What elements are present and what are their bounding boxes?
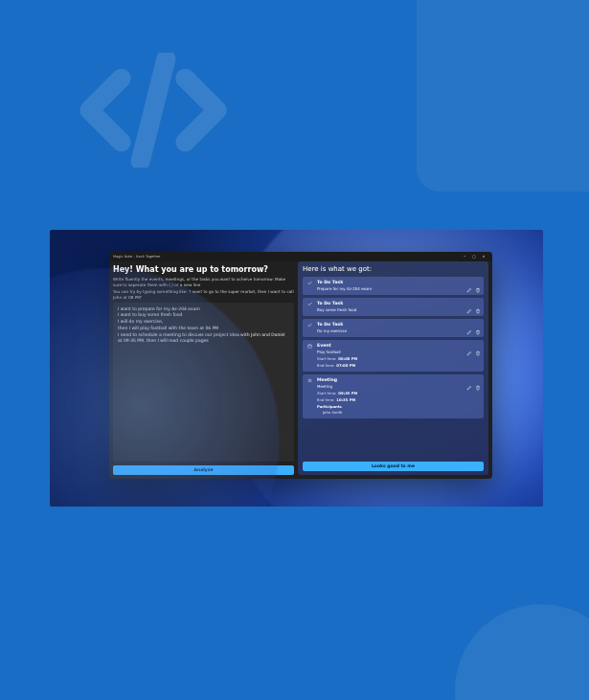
analyze-button[interactable]: Analyze bbox=[113, 465, 294, 475]
delete-icon[interactable] bbox=[475, 300, 481, 305]
participants-label: Participants bbox=[317, 404, 479, 409]
code-icon bbox=[77, 53, 230, 168]
end-time: 10:35 PM bbox=[336, 397, 355, 402]
card-title: To Do Task bbox=[317, 322, 343, 327]
edit-icon[interactable] bbox=[466, 321, 472, 327]
delete-icon[interactable] bbox=[475, 376, 481, 382]
event-card: EventPlay footballStart time:06:00 PMEnd… bbox=[303, 340, 484, 372]
card-title: Event bbox=[317, 343, 331, 348]
window-title: Magic Note - Hack Together bbox=[113, 255, 460, 259]
note-textarea[interactable]: I want to prepare for my Az-204 exam I w… bbox=[113, 303, 294, 462]
start-time: 06:00 PM bbox=[338, 356, 357, 361]
input-hint-1: Write fluently the events, meetings, or … bbox=[113, 277, 294, 287]
delete-icon[interactable] bbox=[475, 279, 481, 284]
confirm-button[interactable]: Looks good to me bbox=[303, 462, 484, 471]
meeting-card: MeetingMeetingStart time:09:35 PMEnd tim… bbox=[303, 374, 484, 418]
decor-panel-tr bbox=[417, 0, 589, 192]
delete-icon[interactable] bbox=[475, 321, 481, 327]
card-title: To Do Task bbox=[317, 301, 343, 305]
delete-icon[interactable] bbox=[475, 342, 481, 348]
results-heading: Here is what we got: bbox=[303, 265, 484, 273]
check-icon bbox=[307, 322, 313, 327]
todo-card: To Do TaskDo my exercise bbox=[303, 319, 484, 337]
app-window: Magic Note - Hack Together ─ ▢ ✕ Hey! Wh… bbox=[109, 252, 492, 479]
people-icon bbox=[307, 377, 313, 383]
card-desc: Play football bbox=[317, 350, 479, 354]
participant-name: John Smith bbox=[323, 410, 479, 415]
results-pane: Here is what we got: To Do TaskPrepare f… bbox=[298, 261, 488, 475]
start-time: 09:35 PM bbox=[338, 391, 357, 395]
start-label: Start time: bbox=[317, 356, 336, 361]
end-time: 07:00 PM bbox=[336, 363, 355, 368]
end-label: End time: bbox=[317, 363, 334, 368]
svg-point-6 bbox=[310, 379, 311, 380]
desktop-wallpaper: Magic Note - Hack Together ─ ▢ ✕ Hey! Wh… bbox=[50, 230, 543, 507]
end-label: End time: bbox=[317, 397, 334, 402]
check-icon bbox=[307, 301, 313, 306]
todo-card: To Do TaskBuy some fresh food bbox=[303, 298, 484, 316]
minimize-button[interactable]: ─ bbox=[460, 255, 469, 259]
card-desc: Meeting bbox=[317, 384, 479, 389]
title-bar: Magic Note - Hack Together ─ ▢ ✕ bbox=[109, 252, 492, 261]
decor-circle-br bbox=[455, 604, 589, 700]
card-title: To Do Task bbox=[317, 280, 343, 284]
input-heading: Hey! What you are up to tomorrow? bbox=[113, 265, 294, 274]
card-title: Meeting bbox=[317, 377, 337, 382]
card-desc: Do my exercise bbox=[317, 328, 479, 333]
edit-icon[interactable] bbox=[466, 279, 472, 284]
check-icon bbox=[307, 280, 313, 285]
input-pane: Hey! What you are up to tomorrow? Write … bbox=[113, 261, 294, 475]
svg-rect-1 bbox=[308, 345, 312, 348]
input-hint-2: You can try by typing something like: 'I… bbox=[113, 289, 294, 300]
card-desc: Prepare for my Az-204 exam bbox=[317, 286, 479, 291]
start-label: Start time: bbox=[317, 391, 336, 395]
svg-point-5 bbox=[308, 379, 309, 380]
edit-icon[interactable] bbox=[466, 376, 472, 382]
svg-line-0 bbox=[141, 59, 167, 162]
close-button[interactable]: ✕ bbox=[479, 255, 488, 259]
maximize-button[interactable]: ▢ bbox=[469, 255, 479, 259]
calendar-icon bbox=[307, 343, 313, 349]
todo-card: To Do TaskPrepare for my Az-204 exam bbox=[303, 277, 484, 295]
cards-list: To Do TaskPrepare for my Az-204 examTo D… bbox=[303, 277, 484, 458]
edit-icon[interactable] bbox=[466, 342, 472, 348]
card-desc: Buy some fresh food bbox=[317, 307, 479, 312]
edit-icon[interactable] bbox=[466, 300, 472, 305]
